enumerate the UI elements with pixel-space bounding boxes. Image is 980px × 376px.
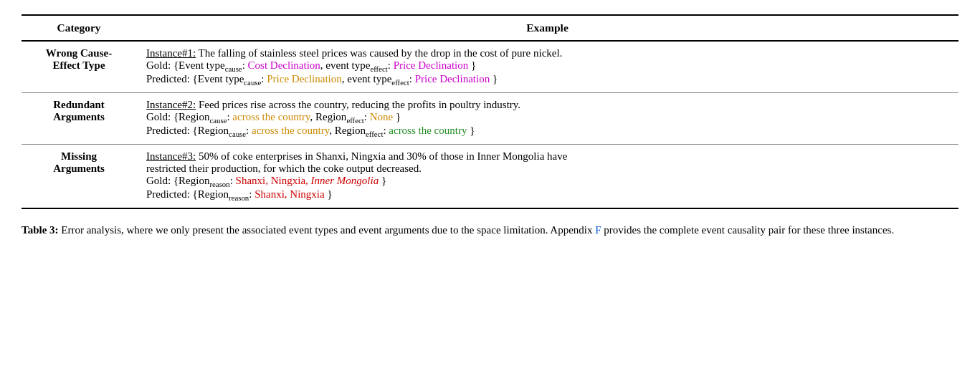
- category-cell-3: MissingArguments: [22, 145, 136, 209]
- instance-label-2: Instance#2:: [146, 99, 196, 110]
- category-header: Category: [22, 15, 136, 41]
- gold-cause-1: Cost Declination: [248, 59, 320, 71]
- instance-label-1: Instance#1:: [146, 47, 196, 59]
- example-header: Example: [136, 15, 958, 41]
- gold-effect-region-2: None: [370, 111, 394, 122]
- caption-text-1: Error analysis, where we only present th…: [59, 224, 596, 236]
- example-cell-1: Instance#1: The falling of stainless ste…: [136, 41, 958, 93]
- gold-effect-1: Price Declination: [394, 59, 469, 71]
- gold-cause-region-2: across the country: [232, 111, 310, 122]
- instance-label-3: Instance#3:: [146, 150, 196, 162]
- table-caption: Table 3: Error analysis, where we only p…: [22, 222, 958, 238]
- main-table: Category Example Wrong Cause-Effect Type…: [22, 14, 958, 209]
- table-row: Wrong Cause-Effect Type Instance#1: The …: [22, 41, 958, 93]
- category-cell-1: Wrong Cause-Effect Type: [22, 41, 136, 93]
- pred-effect-1: Price Declination: [415, 73, 490, 85]
- pred-reason-3: Shanxi, Ningxia: [254, 188, 325, 200]
- table-row: MissingArguments Instance#3: 50% of coke…: [22, 145, 958, 209]
- table-header-row: Category Example: [22, 15, 958, 41]
- example-cell-2: Instance#2: Feed prices rise across the …: [136, 93, 958, 145]
- category-cell-2: RedundantArguments: [22, 93, 136, 145]
- caption-text-2: provides the complete event causality pa…: [601, 224, 895, 236]
- caption-label: Table 3:: [22, 224, 59, 236]
- gold-reason-3a: Shanxi, Ningxia, Inner Mongolia: [236, 175, 379, 186]
- pred-effect-region-2: across the country: [389, 125, 467, 136]
- table-row: RedundantArguments Instance#2: Feed pric…: [22, 93, 958, 145]
- example-cell-3: Instance#3: 50% of coke enterprises in S…: [136, 145, 958, 209]
- pred-cause-1: Price Declination: [267, 73, 342, 85]
- caption-link[interactable]: F: [595, 224, 601, 236]
- pred-cause-region-2: across the country: [252, 125, 329, 136]
